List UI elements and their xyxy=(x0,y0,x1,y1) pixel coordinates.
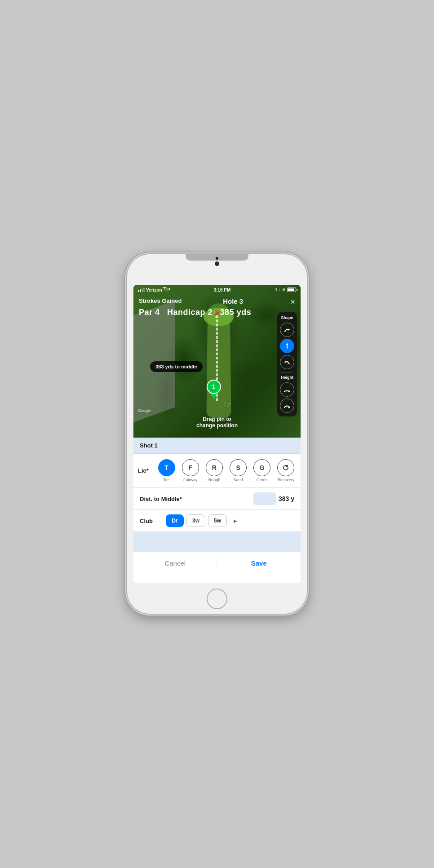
shape-fade-btn[interactable] xyxy=(280,323,294,337)
lie-green-label: Green xyxy=(257,478,268,482)
hand-cursor-icon: ☞ xyxy=(224,399,232,410)
map-title-row: Strokes Gained Hole 3 × xyxy=(139,297,295,307)
signal-bars xyxy=(138,288,145,292)
bluetooth-icon: ✲ xyxy=(282,288,286,292)
shot-header: Shot 1 xyxy=(133,438,301,454)
battery-fill xyxy=(288,288,294,291)
lie-green-circle[interactable]: G xyxy=(253,459,270,476)
dist-value: 383 y xyxy=(279,495,294,502)
lie-green[interactable]: G Green xyxy=(253,459,270,482)
height-label: Height xyxy=(281,375,293,380)
lie-fairway-circle[interactable]: F xyxy=(182,459,199,476)
hole-label: Hole 3 xyxy=(223,297,243,305)
wifi-icon: ⁽͡˚ͦ͟ᵒ xyxy=(164,288,171,292)
front-camera-dot xyxy=(216,257,218,260)
club-5w[interactable]: 5w xyxy=(208,514,227,527)
pin-number[interactable]: 1 xyxy=(207,380,221,394)
phone-frame: Verizon ⁽͡˚ͦ͟ᵒ 3:16 PM ☽ ↑ ✲ xyxy=(127,254,307,614)
dist-label: Dist. to Middle* xyxy=(140,496,182,502)
lie-section: Lie* T Tee F Fairway R Rough xyxy=(133,454,301,488)
clock: 3:16 PM xyxy=(213,288,230,292)
lie-rough-label: Rough xyxy=(208,478,221,482)
map-header: Strokes Gained Hole 3 × Par 4 Handicap 2… xyxy=(133,295,301,320)
lie-fairway[interactable]: F Fairway xyxy=(182,459,199,482)
shape-label: Shape xyxy=(281,315,293,320)
dist-input-box xyxy=(253,492,276,505)
signal-bar-4 xyxy=(143,288,145,292)
lie-row: Lie* T Tee F Fairway R Rough xyxy=(138,459,296,482)
dist-value-area: 383 y xyxy=(253,492,294,505)
lie-label: Lie* xyxy=(138,467,154,474)
shape-draw-btn[interactable] xyxy=(280,355,294,369)
lie-sand[interactable]: S Sand xyxy=(230,459,247,482)
status-left: Verizon ⁽͡˚ͦ͟ᵒ xyxy=(138,288,170,292)
lie-tee-circle[interactable]: T xyxy=(158,459,175,476)
extra-options-row xyxy=(133,532,301,552)
height-normal-btn[interactable] xyxy=(280,399,294,413)
status-bar: Verizon ⁽͡˚ͦ͟ᵒ 3:16 PM ☽ ↑ ✲ xyxy=(133,285,301,295)
location-icon: ↑ xyxy=(279,288,281,292)
lie-sand-circle[interactable]: S xyxy=(230,459,247,476)
close-button[interactable]: × xyxy=(284,297,295,307)
home-button[interactable] xyxy=(207,589,227,609)
signal-bar-1 xyxy=(138,290,139,292)
distance-badge: 383 yds to middle xyxy=(150,361,202,372)
screen: Verizon ⁽͡˚ͦ͟ᵒ 3:16 PM ☽ ↑ ✲ xyxy=(133,285,301,583)
club-driver[interactable]: Dr xyxy=(166,514,184,527)
lie-tee[interactable]: T Tee xyxy=(158,459,175,482)
cancel-button[interactable]: Cancel xyxy=(133,558,217,569)
battery-indicator xyxy=(287,288,296,292)
lie-fairway-label: Fairway xyxy=(183,478,198,482)
drag-pin-label: Drag pin to change position xyxy=(196,416,238,429)
height-low-btn[interactable] xyxy=(280,382,294,397)
lie-recovery-circle[interactable] xyxy=(277,459,294,476)
front-camera xyxy=(215,261,219,266)
pin-marker[interactable]: 1 xyxy=(207,380,221,399)
bottom-panel: Shot 1 Lie* T Tee F Fairway xyxy=(133,438,301,583)
lie-rough[interactable]: R Rough xyxy=(206,459,223,482)
lie-tee-label: Tee xyxy=(163,478,170,482)
pin-tail xyxy=(210,393,217,399)
signal-bar-2 xyxy=(140,289,141,292)
map-section[interactable]: 🚩 1 ☞ 383 yds to middle Google Drag pin … xyxy=(133,285,301,438)
lie-options: T Tee F Fairway R Rough S xyxy=(156,459,296,482)
strokes-gained-title: Strokes Gained xyxy=(139,297,182,304)
lie-sand-label: Sand xyxy=(234,478,243,482)
status-right: ☽ ↑ ✲ xyxy=(274,288,296,292)
club-3w[interactable]: 3w xyxy=(186,514,205,527)
controls-divider xyxy=(281,372,293,372)
shot-shape-controls: Shape Height xyxy=(277,312,297,416)
shape-straight-btn[interactable] xyxy=(280,339,294,353)
signal-bar-3 xyxy=(142,288,143,292)
carrier-label: Verizon xyxy=(146,288,162,292)
club-label: Club xyxy=(140,518,162,524)
dist-section: Dist. to Middle* 383 y xyxy=(133,488,301,510)
lie-recovery-label: Recovery xyxy=(277,478,294,482)
moon-icon: ☽ xyxy=(274,288,277,292)
lie-recovery[interactable]: Recovery xyxy=(277,459,294,482)
google-watermark: Google xyxy=(138,408,151,413)
save-button[interactable]: Save xyxy=(217,558,301,569)
club-more-arrow[interactable]: ▶ xyxy=(230,515,241,527)
lie-rough-circle[interactable]: R xyxy=(206,459,223,476)
footer-actions: Cancel Save xyxy=(133,552,301,574)
hole-details: Par 4 Handicap 2 385 yds xyxy=(139,308,295,317)
club-options: Dr 3w 5w ▶ xyxy=(166,514,294,527)
club-section: Club Dr 3w 5w ▶ xyxy=(133,510,301,532)
